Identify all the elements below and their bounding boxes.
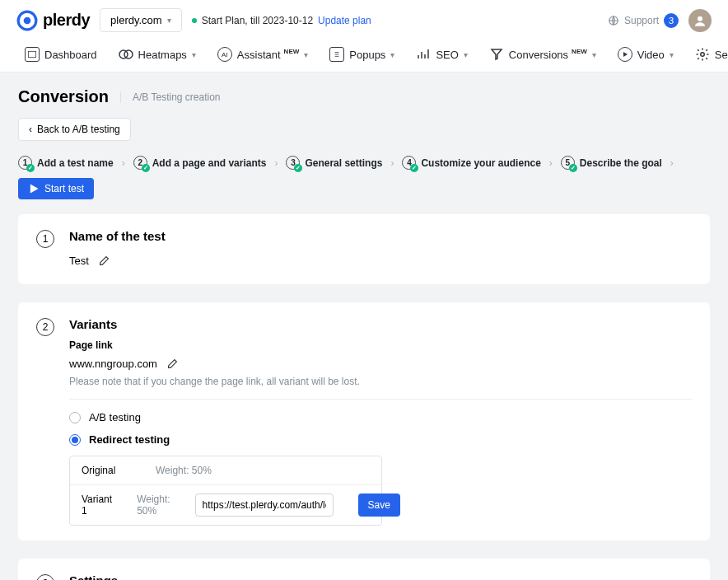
video-icon — [618, 47, 632, 62]
nav-heatmaps-label: Heatmaps — [138, 49, 187, 61]
page-link-value: www.nngroup.com — [69, 358, 157, 370]
nav-popups[interactable]: Popups ▾ — [329, 47, 394, 62]
section-title: Variants — [69, 317, 692, 331]
chevron-down-icon: ▾ — [592, 50, 596, 59]
check-icon: ✓ — [569, 164, 577, 172]
step-label: General settings — [305, 157, 382, 169]
svg-rect-4 — [28, 51, 36, 58]
chevron-down-icon: ▾ — [670, 50, 674, 59]
start-test-label: Start test — [44, 183, 84, 194]
svg-point-1 — [24, 16, 31, 24]
save-variant-button[interactable]: Save — [358, 493, 400, 517]
step-item[interactable]: 3✓ General settings — [286, 156, 382, 170]
radio-ab-label: A/B testing — [89, 411, 141, 423]
step-label: Add a page and variants — [152, 157, 267, 169]
section-variants: 2 Variants Page link www.nngroup.com Ple… — [18, 302, 710, 540]
nav-video-label: Video — [637, 49, 665, 61]
chevron-down-icon: ▾ — [304, 50, 308, 59]
page-heading: Conversion A/B Testing creation — [18, 87, 710, 106]
nav-conversions-label: Conversions — [509, 49, 568, 61]
edit-test-name-button[interactable] — [96, 251, 114, 269]
nav-settings[interactable]: Settings ▾ — [695, 47, 728, 62]
check-icon: ✓ — [294, 164, 302, 172]
section-title: Name of the test — [69, 229, 692, 243]
nav-video[interactable]: Video ▾ — [618, 47, 674, 62]
pencil-icon — [99, 255, 110, 266]
steps-bar: 1✓ Add a test name › 2✓ Add a page and v… — [18, 156, 710, 199]
seo-icon — [416, 47, 431, 62]
new-badge: NEW — [572, 48, 587, 55]
nav-seo-label: SEO — [436, 49, 458, 61]
update-plan-link[interactable]: Update plan — [318, 15, 371, 26]
page-link-note: Please note that if you change the page … — [69, 376, 692, 387]
chevron-right-icon: › — [390, 157, 394, 169]
nav-seo[interactable]: SEO ▾ — [416, 47, 467, 62]
nav-dashboard[interactable]: Dashboard — [25, 47, 97, 62]
check-icon: ✓ — [142, 164, 150, 172]
status-dot-icon — [192, 18, 197, 23]
radio-redirect-label: Redirect testing — [89, 433, 170, 446]
plan-info: Start Plan, till 2023-10-12 Update plan — [192, 15, 371, 26]
support-label: Support — [624, 15, 659, 26]
globe-icon — [608, 15, 619, 26]
variant-row-1: Variant 1 Weight: 50% Save — [70, 485, 381, 525]
nav-dashboard-label: Dashboard — [44, 49, 97, 61]
page-link-label: Page link — [69, 339, 692, 351]
play-icon — [28, 183, 40, 194]
radio-ab-testing[interactable]: A/B testing — [69, 411, 692, 423]
step-item[interactable]: 1✓ Add a test name — [18, 156, 114, 170]
step-item[interactable]: 2✓ Add a page and variants — [133, 156, 267, 170]
page-title: Conversion — [18, 87, 109, 106]
check-icon: ✓ — [410, 164, 418, 172]
app-header: plerdy plerdy.com ▾ Start Plan, till 202… — [0, 0, 728, 40]
section-number: 3 — [36, 574, 54, 580]
back-button[interactable]: ‹ Back to A/B testing — [18, 118, 131, 141]
radio-icon — [69, 412, 81, 423]
svg-point-10 — [701, 53, 705, 57]
section-number: 1 — [36, 230, 54, 248]
chevron-down-icon: ▾ — [192, 50, 196, 59]
step-label: Describe the goal — [580, 157, 662, 169]
variant-label: Original — [82, 465, 131, 476]
main-nav: Dashboard Heatmaps ▾ AI Assistant NEW ▾ … — [0, 40, 728, 72]
step-item[interactable]: 5✓ Describe the goal — [561, 156, 662, 170]
conversions-icon — [489, 47, 504, 62]
nav-assistant[interactable]: AI Assistant NEW ▾ — [217, 47, 308, 62]
radio-selected-icon — [69, 434, 81, 446]
variant-weight: Weight: 50% — [156, 465, 213, 476]
domain-selector-label: plerdy.com — [110, 14, 162, 26]
check-icon: ✓ — [26, 164, 35, 172]
nav-conversions[interactable]: Conversions NEW ▾ — [489, 47, 596, 62]
edit-page-link-button[interactable] — [164, 354, 182, 372]
page-subtitle: A/B Testing creation — [120, 91, 221, 103]
step-item[interactable]: 4✓ Customize your audience — [402, 156, 540, 170]
svg-point-6 — [124, 50, 133, 58]
variant-url-input[interactable] — [195, 493, 334, 517]
start-test-button[interactable]: Start test — [18, 178, 94, 199]
plan-text: Start Plan, till 2023-10-12 — [202, 15, 313, 26]
brand-logo[interactable]: plerdy — [16, 10, 90, 31]
section-number: 2 — [36, 318, 54, 336]
chevron-down-icon: ▾ — [390, 50, 394, 59]
section-title: Settings — [69, 573, 692, 580]
chevron-left-icon: ‹ — [29, 124, 32, 135]
nav-popups-label: Popups — [349, 49, 385, 61]
domain-selector[interactable]: plerdy.com ▾ — [100, 8, 182, 32]
section-name-of-test: 1 Name of the test Test — [18, 214, 710, 284]
support-link[interactable]: Support 3 — [608, 13, 679, 28]
user-avatar[interactable] — [688, 9, 712, 32]
assistant-icon: AI — [217, 47, 232, 62]
chevron-right-icon: › — [122, 157, 125, 169]
step-label: Add a test name — [37, 157, 114, 169]
variants-table: Original Weight: 50% Variant 1 Weight: 5… — [69, 456, 382, 526]
nav-settings-label: Settings — [715, 49, 728, 61]
variant-row-original: Original Weight: 50% — [70, 456, 381, 485]
section-settings: 3 Settings A/B testing script ✓ Script i… — [18, 559, 710, 580]
nav-assistant-label: Assistant — [237, 49, 281, 61]
nav-heatmaps[interactable]: Heatmaps ▾ — [119, 47, 196, 62]
chevron-right-icon: › — [670, 157, 674, 169]
popups-icon — [329, 47, 344, 62]
step-label: Customize your audience — [421, 157, 540, 169]
variant-label: Variant 1 — [82, 493, 112, 517]
radio-redirect-testing[interactable]: Redirect testing — [69, 433, 692, 446]
